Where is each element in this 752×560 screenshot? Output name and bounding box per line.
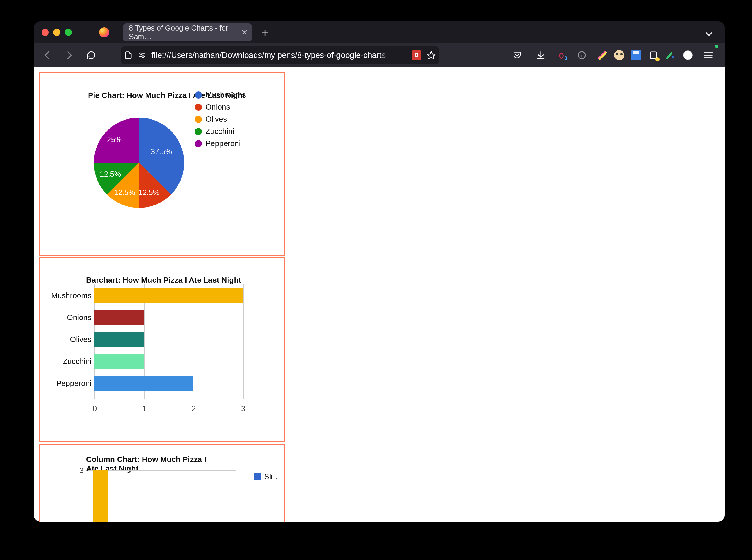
legend-label: Olives xyxy=(205,115,227,124)
svg-marker-4 xyxy=(428,52,435,59)
navigation-toolbar: file:///Users/nathan/Downloads/my pens/8… xyxy=(34,43,725,67)
gridline xyxy=(243,284,243,399)
tab-strip: 8 Types of Google Charts - for Sam… ✕ ＋ xyxy=(34,21,725,43)
extension-icon-3[interactable] xyxy=(614,50,624,60)
forward-button[interactable] xyxy=(61,47,78,64)
ublock-icon[interactable]: B xyxy=(412,51,421,60)
extension-icon-1[interactable]: 0 xyxy=(556,50,567,61)
legend-item[interactable]: Olives xyxy=(195,115,246,124)
info-icon[interactable] xyxy=(573,47,590,64)
firefox-logo-icon xyxy=(99,27,109,37)
noscript-icon[interactable] xyxy=(682,50,693,61)
pie-chart-card: Pie Chart: How Much Pizza I Ate Last Nig… xyxy=(39,72,285,256)
new-tab-button[interactable]: ＋ xyxy=(260,27,270,38)
window-controls xyxy=(42,29,72,36)
page-icon xyxy=(124,51,133,59)
legend-label: Onions xyxy=(205,102,230,112)
bar[interactable] xyxy=(95,376,193,391)
legend-swatch xyxy=(195,128,202,135)
category-label: Olives xyxy=(44,335,92,344)
category-label: Mushrooms xyxy=(44,291,92,300)
column-chart-card: Column Chart: How Much Pizza I Ate Last … xyxy=(39,444,285,522)
bar[interactable] xyxy=(95,354,144,369)
legend-swatch xyxy=(195,116,202,123)
category-label: Pepperoni xyxy=(44,379,92,388)
column-bar[interactable] xyxy=(93,470,107,522)
minimize-window-button[interactable] xyxy=(53,29,60,36)
app-menu-button[interactable] xyxy=(700,47,717,64)
legend-item[interactable]: Pepperoni xyxy=(195,139,246,148)
address-bar[interactable]: file:///Users/nathan/Downloads/my pens/8… xyxy=(121,46,439,64)
browser-window: 8 Types of Google Charts - for Sam… ✕ ＋ … xyxy=(34,21,725,522)
svg-point-2 xyxy=(140,53,142,55)
extension-icon-5[interactable] xyxy=(665,50,676,61)
gridline xyxy=(88,470,236,471)
bar-chart-title: Barchart: How Much Pizza I Ate Last Nigh… xyxy=(86,276,241,285)
settings-toggle-icon[interactable] xyxy=(138,51,146,59)
tab-title: 8 Types of Google Charts - for Sam… xyxy=(129,24,236,41)
page-content: Pie Chart: How Much Pizza I Ate Last Nig… xyxy=(34,67,725,522)
legend-label: Zucchini xyxy=(205,127,234,136)
maximize-window-button[interactable] xyxy=(65,29,72,36)
axis-tick-label: 3 xyxy=(80,466,84,475)
legend-label: Sli… xyxy=(264,472,280,481)
category-label: Onions xyxy=(44,313,92,322)
legend-item[interactable]: Zucchini xyxy=(195,127,246,136)
legend-swatch xyxy=(254,473,261,480)
save-disk-icon[interactable] xyxy=(631,50,641,61)
svg-rect-10 xyxy=(650,52,656,59)
pie-slice-label: 12.5% xyxy=(138,188,159,197)
extension-icon-2[interactable] xyxy=(597,50,608,61)
browser-tab[interactable]: 8 Types of Google Charts - for Sam… ✕ xyxy=(123,23,252,41)
tabs-dropdown-button[interactable] xyxy=(704,29,714,40)
legend-swatch xyxy=(195,92,202,99)
close-window-button[interactable] xyxy=(42,29,49,36)
axis-tick-label: 2 xyxy=(192,404,196,413)
pocket-icon[interactable] xyxy=(509,47,526,64)
legend-label: Mushrooms xyxy=(205,90,246,99)
axis-tick-label: 3 xyxy=(241,404,245,413)
column-legend: Sli… xyxy=(254,472,280,481)
legend-item[interactable]: Mushrooms xyxy=(195,90,246,99)
reload-button[interactable] xyxy=(83,47,100,64)
pie-slice-label: 12.5% xyxy=(114,188,135,197)
column-chart-plot: 3 xyxy=(88,470,236,522)
url-text: file:///Users/nathan/Downloads/my pens/8… xyxy=(152,51,406,60)
close-tab-icon[interactable]: ✕ xyxy=(241,28,248,36)
bar[interactable] xyxy=(95,332,144,347)
axis-tick-label: 1 xyxy=(142,404,146,413)
legend-swatch xyxy=(195,140,202,147)
back-button[interactable] xyxy=(39,47,56,64)
legend-label: Pepperoni xyxy=(205,139,241,148)
pie-slice-label: 25% xyxy=(107,135,122,144)
pie-slice-label: 12.5% xyxy=(100,170,121,178)
pie-chart: 37.5% 12.5% 12.5% 12.5% 25% xyxy=(94,118,184,208)
bar-chart-card: Barchart: How Much Pizza I Ate Last Nigh… xyxy=(39,257,285,442)
downloads-icon[interactable] xyxy=(532,47,550,64)
legend-swatch xyxy=(195,104,202,111)
legend-item[interactable]: Onions xyxy=(195,102,246,112)
bar[interactable] xyxy=(95,288,243,303)
bar[interactable] xyxy=(95,310,144,325)
axis-tick-label: 0 xyxy=(93,404,97,413)
toolbar-extensions: 0 xyxy=(509,47,720,64)
extension-icon-4[interactable] xyxy=(648,50,659,61)
svg-point-11 xyxy=(672,56,674,59)
pie-slice-label: 37.5% xyxy=(151,147,172,156)
pie-legend: MushroomsOnionsOlivesZucchiniPepperoni xyxy=(195,90,246,148)
svg-point-3 xyxy=(142,56,144,58)
category-label: Zucchini xyxy=(44,357,92,366)
bookmark-star-icon[interactable] xyxy=(427,51,436,60)
